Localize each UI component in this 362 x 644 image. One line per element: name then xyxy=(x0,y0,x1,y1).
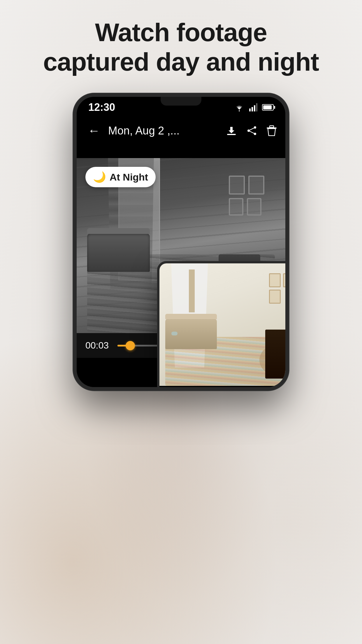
svg-rect-1 xyxy=(249,108,251,111)
dv-frames xyxy=(269,273,289,304)
nv-frame-row-1 xyxy=(229,176,264,195)
phone-notch xyxy=(161,97,201,106)
night-label: At Night xyxy=(110,172,148,183)
nv-frame-row-2 xyxy=(229,198,264,216)
nv-couch xyxy=(87,233,150,272)
dv-frame-1 xyxy=(269,273,281,287)
svg-line-10 xyxy=(249,131,255,134)
delete-icon[interactable] xyxy=(267,125,277,136)
svg-rect-5 xyxy=(227,134,236,135)
progress-thumb[interactable] xyxy=(126,341,135,350)
signal-icon xyxy=(249,103,257,111)
day-time-start: 00:03 xyxy=(165,390,184,391)
nv-frames xyxy=(229,176,264,216)
dv-pillow xyxy=(171,332,178,335)
dv-plant xyxy=(189,270,195,312)
day-player-controls: 00:03 00:29 xyxy=(159,386,289,391)
dv-couch xyxy=(165,318,217,349)
svg-point-0 xyxy=(239,110,240,111)
battery-fill xyxy=(263,105,272,109)
share-icon[interactable] xyxy=(246,125,257,136)
dv-frame-2 xyxy=(283,273,289,287)
battery-icon xyxy=(262,104,274,111)
svg-rect-3 xyxy=(254,105,255,111)
phone-device: 12:30 xyxy=(73,93,289,391)
phone2-wrapper: 🕷 00:03 00:29 xyxy=(157,261,289,391)
dv-chair xyxy=(265,330,289,379)
app-header: ← Mon, Aug 2 ,... xyxy=(77,118,285,144)
status-time: 12:30 xyxy=(88,101,115,113)
dv-frame-3 xyxy=(269,290,281,304)
svg-rect-4 xyxy=(256,103,257,111)
moon-icon: 🌙 xyxy=(93,171,106,183)
back-button[interactable]: ← xyxy=(85,121,102,140)
day-video-area[interactable]: 🕷 xyxy=(159,263,289,386)
headline-text: Watch footage captured day and night xyxy=(23,18,339,76)
phone2-device: 🕷 00:03 00:29 xyxy=(157,261,289,391)
wifi-icon xyxy=(234,103,245,111)
svg-line-9 xyxy=(249,127,255,131)
video-title: Mon, Aug 2 ,... xyxy=(108,125,220,137)
nv-frame-2 xyxy=(248,176,264,195)
dv-frame-row-2 xyxy=(269,290,289,304)
night-badge: 🌙 At Night xyxy=(85,167,156,187)
headline-section: Watch footage captured day and night xyxy=(0,18,362,76)
nv-frame-1 xyxy=(229,176,245,195)
day-time-end: 00:29 xyxy=(282,390,289,391)
nv-frame-3 xyxy=(229,198,243,216)
time-start: 00:03 xyxy=(85,340,112,351)
download-icon[interactable] xyxy=(226,125,237,136)
dv-frame-row-1 xyxy=(269,273,289,287)
svg-rect-12 xyxy=(270,126,274,127)
status-icons xyxy=(234,103,274,111)
svg-rect-2 xyxy=(252,107,253,111)
nv-frame-4 xyxy=(247,198,261,216)
header-actions xyxy=(226,125,277,136)
phone-wrapper: 12:30 xyxy=(73,93,289,391)
black-spacer xyxy=(77,144,285,158)
